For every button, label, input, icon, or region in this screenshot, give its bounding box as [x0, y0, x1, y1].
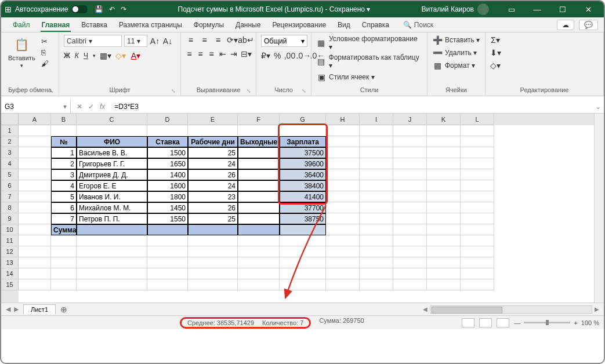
add-sheet-button[interactable]: ⊕: [56, 305, 72, 314]
font-name-dropdown[interactable]: Calibri▾: [64, 35, 122, 47]
cell[interactable]: [238, 213, 280, 224]
italic-button[interactable]: К: [75, 52, 79, 60]
cell[interactable]: [427, 279, 461, 290]
cancel-formula-icon[interactable]: ✕: [77, 103, 82, 111]
row-header[interactable]: 8: [1, 202, 19, 213]
cell[interactable]: 1650: [147, 158, 188, 169]
row-header[interactable]: 12: [1, 246, 19, 257]
search-box[interactable]: 🔍Поиск: [403, 21, 433, 29]
row-header[interactable]: 15: [1, 279, 19, 290]
cell[interactable]: [326, 224, 360, 235]
cell[interactable]: [393, 136, 427, 147]
zoom-control[interactable]: — + 100 %: [514, 319, 599, 326]
fill-color-icon[interactable]: ◇▾: [115, 50, 126, 61]
align-left-icon[interactable]: ≡: [186, 49, 193, 59]
cell[interactable]: [238, 202, 280, 213]
undo-icon[interactable]: ↶: [109, 5, 115, 13]
cell[interactable]: [19, 125, 51, 136]
cell[interactable]: [326, 213, 360, 224]
autosave-toggle[interactable]: Автосохранение: [15, 5, 88, 13]
tab-insert[interactable]: Вставка: [75, 17, 113, 32]
cell[interactable]: [393, 246, 427, 257]
row-header[interactable]: 5: [1, 169, 19, 180]
fx-icon[interactable]: fx: [100, 103, 105, 111]
cell[interactable]: [19, 202, 51, 213]
cell[interactable]: [238, 235, 280, 246]
cell[interactable]: [51, 246, 77, 257]
view-normal-icon[interactable]: [462, 318, 474, 327]
cell[interactable]: [19, 147, 51, 158]
col-header[interactable]: F: [238, 114, 280, 125]
cell[interactable]: [326, 246, 360, 257]
cell[interactable]: [461, 224, 494, 235]
cell[interactable]: [393, 202, 427, 213]
cell[interactable]: [77, 279, 147, 290]
cell[interactable]: [19, 136, 51, 147]
cell[interactable]: [188, 235, 238, 246]
cell[interactable]: [427, 268, 461, 279]
align-top-icon[interactable]: ≡: [186, 35, 196, 45]
tab-data[interactable]: Данные: [230, 17, 266, 32]
cell[interactable]: [427, 213, 461, 224]
cell[interactable]: Михайлов М. М.: [77, 202, 147, 213]
cell[interactable]: [326, 169, 360, 180]
format-cells-button[interactable]: ▦Формат ▾: [432, 60, 480, 71]
tab-home[interactable]: Главная: [36, 17, 76, 32]
fill-icon[interactable]: ⬇▾: [490, 48, 501, 58]
cell[interactable]: 1550: [147, 213, 188, 224]
cell[interactable]: [19, 180, 51, 191]
row-header[interactable]: 6: [1, 180, 19, 191]
cell[interactable]: [461, 268, 494, 279]
cell[interactable]: [326, 158, 360, 169]
cell[interactable]: [188, 125, 238, 136]
row-header[interactable]: 9: [1, 213, 19, 224]
cell[interactable]: [238, 180, 280, 191]
cell[interactable]: [51, 279, 77, 290]
cell[interactable]: 1500: [147, 147, 188, 158]
cell[interactable]: 4: [51, 180, 77, 191]
cell[interactable]: [360, 125, 393, 136]
user-account[interactable]: Виталий Каиров: [421, 3, 489, 15]
cell[interactable]: 5: [51, 191, 77, 202]
cell[interactable]: [360, 279, 393, 290]
font-size-dropdown[interactable]: 11▾: [124, 35, 147, 47]
row-header[interactable]: 14: [1, 268, 19, 279]
inc-decimal-icon[interactable]: .0→: [298, 50, 309, 61]
cell[interactable]: [238, 191, 280, 202]
clear-icon[interactable]: ◇▾: [490, 60, 501, 71]
cell[interactable]: [393, 158, 427, 169]
insert-cells-button[interactable]: ➕Вставить ▾: [432, 35, 480, 45]
cell[interactable]: [393, 125, 427, 136]
cell[interactable]: [360, 202, 393, 213]
horizontal-scrollbar[interactable]: ◀▶: [421, 305, 604, 314]
cell[interactable]: [360, 158, 393, 169]
merge-icon[interactable]: ⊟▾: [241, 49, 251, 59]
cell[interactable]: [393, 224, 427, 235]
col-header[interactable]: H: [326, 114, 360, 125]
cell[interactable]: [461, 213, 494, 224]
cell[interactable]: [326, 191, 360, 202]
cell[interactable]: [280, 279, 326, 290]
decrease-font-icon[interactable]: A↓: [162, 36, 173, 46]
cell[interactable]: [427, 158, 461, 169]
align-bottom-icon[interactable]: ≡: [213, 35, 223, 45]
cell[interactable]: 26: [188, 169, 238, 180]
cell[interactable]: [461, 235, 494, 246]
cell[interactable]: [461, 191, 494, 202]
cell[interactable]: [19, 257, 51, 268]
col-header[interactable]: B: [51, 114, 77, 125]
cell[interactable]: [326, 180, 360, 191]
cell[interactable]: [360, 224, 393, 235]
tab-file[interactable]: Файл: [7, 17, 36, 32]
cell[interactable]: 38400: [280, 180, 326, 191]
cell[interactable]: [280, 268, 326, 279]
cell[interactable]: 3: [51, 169, 77, 180]
cell[interactable]: 39600: [280, 158, 326, 169]
zoom-in-icon[interactable]: +: [574, 319, 577, 326]
cell[interactable]: 2: [51, 158, 77, 169]
align-middle-icon[interactable]: ≡: [200, 35, 210, 45]
cell[interactable]: [360, 147, 393, 158]
zoom-level[interactable]: 100 %: [581, 319, 599, 326]
cell[interactable]: [326, 235, 360, 246]
cell[interactable]: [19, 191, 51, 202]
